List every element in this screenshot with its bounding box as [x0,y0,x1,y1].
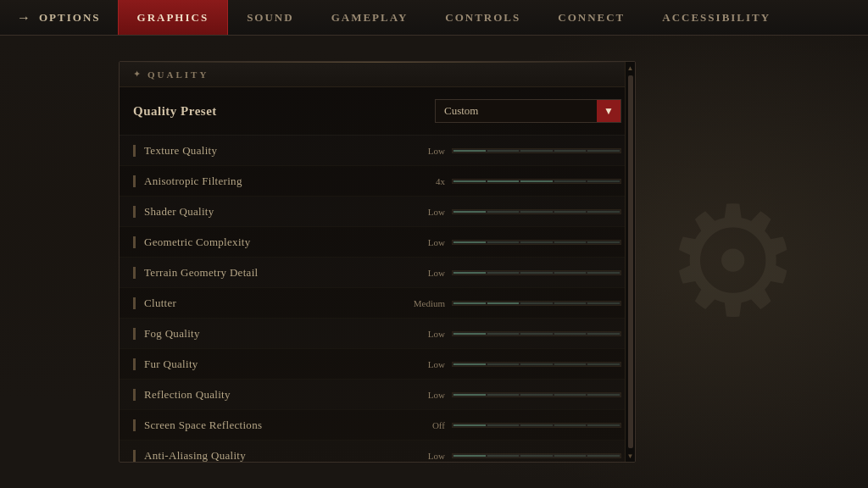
nav-tab-graphics[interactable]: GRAPHICS [118,0,229,35]
options-panel: ✦ QUALITY Quality Preset Custom ▼ Textur… [119,61,636,463]
setting-indicator [133,267,136,279]
slider-segment [554,272,587,274]
nav-tab-connect[interactable]: CONNECT [539,0,643,35]
section-header: ✦ QUALITY [120,62,635,87]
slider-segments [453,149,620,152]
slider-segment [587,363,620,365]
nav-tab-controls[interactable]: CONTROLS [426,0,539,35]
slider-segment [520,241,553,243]
back-button[interactable]: → OPTIONS [0,10,118,25]
setting-name: Fur Quality [144,358,405,371]
nav-bar: → OPTIONS GRAPHICSSOUNDGAMEPLAYCONTROLSC… [0,0,868,36]
setting-indicator [133,419,136,431]
slider-track [452,179,621,184]
dropdown-arrow-icon: ▼ [597,100,620,122]
slider[interactable] [452,297,621,309]
slider[interactable] [452,328,621,340]
setting-row: Reflection QualityLow [120,380,635,410]
slider-segment [554,241,587,243]
slider-segment [554,211,587,213]
nav-tab-sound[interactable]: SOUND [228,0,313,35]
setting-row: ClutterMedium [120,288,635,319]
scrollbar-down-arrow[interactable]: ▼ [626,452,635,460]
setting-name: Texture Quality [144,144,405,158]
slider-segment [587,211,620,213]
slider-segment [453,211,486,213]
slider-segment [487,455,520,457]
slider-track [452,209,621,214]
setting-row: Anisotropic Filtering4x [120,166,635,197]
slider-segment [487,150,520,152]
slider-segment [587,424,620,426]
slider-segment [453,150,486,152]
preset-dropdown-value: Custom [436,104,597,118]
slider-segment [554,363,587,365]
slider-segment [453,180,486,182]
slider[interactable] [452,267,621,279]
section-icon: ✦ [133,69,141,80]
setting-indicator [133,175,136,187]
slider-segment [520,150,553,152]
slider-segment [453,302,486,304]
setting-indicator [133,389,136,401]
slider-segment [487,394,520,396]
slider-segment [587,333,620,335]
slider-track [452,423,621,428]
slider-track [452,270,621,275]
slider-segment [554,455,587,457]
quality-preset-dropdown[interactable]: Custom ▼ [435,99,621,123]
slider-segments [453,241,620,244]
slider-segments [453,332,620,336]
slider[interactable] [452,450,621,462]
slider-segment [554,150,587,152]
slider-segment [520,211,553,213]
setting-name: Anti-Aliasing Quality [144,449,405,463]
scrollbar[interactable]: ▲ ▼ [625,62,635,462]
slider-track [452,362,621,367]
slider-segment [554,180,587,182]
slider-segment [487,424,520,426]
setting-row: Texture QualityLow [120,136,635,166]
slider-segment [520,455,553,457]
setting-value: Low [405,451,452,461]
setting-name: Terrain Geometry Detail [144,266,405,280]
slider-segments [453,271,620,274]
slider-segment [453,333,486,335]
setting-value: Low [405,237,452,247]
slider-segment [487,333,520,335]
setting-value: 4x [405,176,452,186]
slider[interactable] [452,236,621,248]
slider-segment [520,333,553,335]
setting-row: Shader QualityLow [120,197,635,227]
setting-value: Medium [405,298,452,308]
slider[interactable] [452,145,621,157]
setting-row: Geometric ComplexityLow [120,227,635,258]
setting-value: Low [405,207,452,217]
slider-segment [587,302,620,304]
slider[interactable] [452,389,621,401]
slider-segment [453,424,486,426]
nav-tab-accessibility[interactable]: ACCESSIBILITY [643,0,789,35]
slider-segment [520,180,553,182]
slider-segment [587,272,620,274]
slider[interactable] [452,358,621,370]
nav-tab-gameplay[interactable]: GAMEPLAY [313,0,427,35]
scrollbar-up-arrow[interactable]: ▲ [626,64,635,72]
slider-track [452,453,621,458]
slider-segment [587,455,620,457]
setting-value: Off [405,420,452,430]
slider-segment [587,394,620,396]
slider[interactable] [452,419,621,431]
setting-indicator [133,145,136,157]
setting-indicator [133,328,136,340]
scrollbar-thumb[interactable] [628,75,633,448]
setting-indicator [133,297,136,309]
slider[interactable] [452,175,621,187]
slider-segment [487,211,520,213]
settings-list: Texture QualityLowAnisotropic Filtering4… [120,136,635,463]
setting-value: Low [405,146,452,156]
slider-segment [520,394,553,396]
setting-name: Geometric Complexity [144,236,405,249]
slider[interactable] [452,206,621,218]
setting-row: Terrain Geometry DetailLow [120,258,635,288]
